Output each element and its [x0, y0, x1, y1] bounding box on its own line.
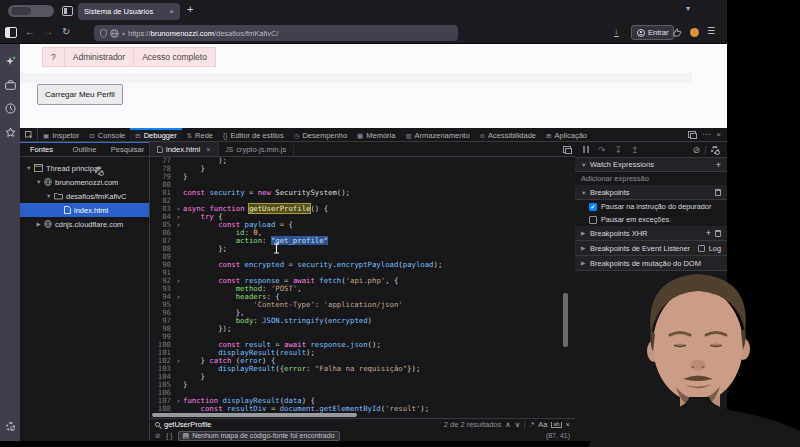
collapsed-arrow-icon[interactable]: ▶: [36, 221, 41, 227]
tree-item-cdn[interactable]: ▶ cdnjs.cloudflare.com: [20, 217, 149, 231]
expand-arrow-icon[interactable]: ▼: [36, 179, 41, 185]
devtools-tab-console[interactable]: ⊡Console: [84, 128, 130, 141]
tab-pesquisar[interactable]: Pesquisar: [106, 145, 149, 154]
history-clock-icon[interactable]: [5, 103, 16, 114]
close-file-icon[interactable]: ×: [206, 145, 210, 154]
sidebar-settings-gear-icon[interactable]: [6, 422, 15, 431]
devtools-menu-icon[interactable]: ⋯: [702, 130, 710, 139]
code-line-103[interactable]: 103 displayResult({error: "Falha na requ…: [150, 365, 575, 373]
code-line-105[interactable]: 105}: [150, 381, 575, 389]
breakpoints-header[interactable]: ▼Breakpoints: [575, 186, 727, 200]
pretty-print-icon[interactable]: { }: [166, 432, 173, 439]
step-over-icon[interactable]: ↷: [598, 145, 606, 155]
devtools-tab-network[interactable]: ⇅Rede: [182, 128, 218, 141]
code-line-90[interactable]: 90 const encrypted = security.encryptPay…: [150, 261, 575, 269]
remove-breakpoints-icon[interactable]: [715, 189, 721, 196]
responsive-mode-icon[interactable]: [688, 131, 696, 138]
sign-in-button[interactable]: Entrar: [631, 25, 674, 40]
tab-groups-icon[interactable]: [5, 80, 16, 90]
add-expression-input[interactable]: Adicionar expressão: [575, 172, 727, 186]
sidebar-toggle-icon[interactable]: [5, 27, 17, 38]
event-listener-breakpoints-header[interactable]: ▶Breakpoints de Event Listener Log: [575, 241, 727, 256]
code-line-78[interactable]: 78 }: [150, 165, 575, 173]
forward-button[interactable]: →: [43, 26, 53, 38]
xhr-breakpoints-header[interactable]: ▶Breakpoints XHR +: [575, 226, 727, 241]
dom-mutation-breakpoints-header[interactable]: ▶Breakpoints de mutação do DOM: [575, 256, 727, 271]
line-number[interactable]: 108: [150, 405, 174, 413]
pause-on-debugger-row[interactable]: ✔ Pausar na instrução do depurador: [575, 200, 727, 213]
back-button[interactable]: ←: [25, 26, 35, 38]
devtools-tab-debugger[interactable]: ⊟Debugger: [130, 128, 181, 141]
vertical-scrollbar[interactable]: [563, 293, 568, 347]
new-tab-button[interactable]: +: [187, 3, 193, 15]
expand-arrow-icon[interactable]: ▼: [46, 193, 51, 199]
reload-button[interactable]: ↻: [62, 26, 70, 38]
code-line-108[interactable]: 108 const resultDiv = document.getElemen…: [150, 405, 575, 413]
pick-element-icon[interactable]: [20, 128, 38, 141]
firefox-view-icon[interactable]: [62, 6, 73, 16]
devtools-tab-styles[interactable]: {}Editor de estilos: [218, 128, 289, 141]
step-in-icon[interactable]: ↧: [615, 145, 623, 155]
watch-expressions-header[interactable]: ▼Watch Expressions +: [575, 158, 727, 172]
fold-arrow-icon[interactable]: ▾: [174, 221, 183, 229]
devtools-close-icon[interactable]: ×: [716, 130, 721, 139]
debugger-settings-gear-icon[interactable]: [711, 146, 719, 154]
tree-item-folder[interactable]: ▼ desafios/fmKafivC: [20, 189, 149, 203]
tree-item-thread[interactable]: ▼ Thread principal: [20, 161, 149, 175]
scrollbar-thumb[interactable]: [152, 413, 357, 417]
fold-arrow-icon[interactable]: ▾: [174, 213, 183, 221]
tab-fontes[interactable]: Fontes: [20, 145, 63, 154]
pause-on-exceptions-row[interactable]: Pausar em exceções: [575, 213, 727, 226]
site-globe-icon[interactable]: [110, 29, 119, 38]
case-sensitive-toggle-icon[interactable]: Aa: [538, 420, 547, 429]
devtools-tab-storage[interactable]: ▥Armazenamento: [400, 128, 474, 141]
browser-tab[interactable]: Sistema de Usuários ×: [78, 3, 180, 20]
code-line-79[interactable]: 79}: [150, 173, 575, 181]
search-input[interactable]: getUserProfile: [164, 420, 212, 429]
log-checkbox-icon[interactable]: [698, 245, 705, 252]
tree-item-file-selected[interactable]: index.html: [20, 203, 149, 217]
menu-icon[interactable]: ☰: [707, 26, 715, 36]
fold-arrow-icon[interactable]: ▾: [174, 205, 183, 213]
fold-arrow-icon[interactable]: ▾: [174, 357, 183, 365]
devtools-tab-application[interactable]: ⊞Aplicação: [541, 128, 592, 141]
code-line-104[interactable]: 104 }: [150, 373, 575, 381]
code-line-88[interactable]: 88 };: [150, 245, 575, 253]
checkbox-checked-icon[interactable]: ✔: [589, 203, 597, 211]
tree-item-host[interactable]: ▼ brunomenozzi.com: [20, 175, 149, 189]
window-controls-pill[interactable]: [8, 5, 54, 17]
previous-result-icon[interactable]: ∧: [505, 420, 511, 429]
add-xhr-breakpoint-icon[interactable]: +: [706, 228, 711, 238]
devtools-tab-memory[interactable]: ▦Memória: [352, 128, 400, 141]
code-line-98[interactable]: 98 });: [150, 325, 575, 333]
extension-avatar-icon[interactable]: [690, 28, 699, 37]
load-profile-button[interactable]: Carregar Meu Perfil: [37, 84, 123, 105]
code-line-77[interactable]: 77 );: [150, 157, 575, 165]
list-all-tabs-icon[interactable]: ▾: [686, 4, 690, 13]
downloads-icon[interactable]: ↓: [614, 27, 619, 37]
extension-thumbs-up-icon[interactable]: [672, 27, 682, 37]
devtools-tab-inspector[interactable]: ▣Inspetor: [38, 128, 84, 141]
thread-settings-gear-icon[interactable]: [95, 167, 103, 175]
bookmarks-star-icon[interactable]: [5, 127, 16, 138]
file-tab-index-html[interactable]: index.html ×: [150, 142, 219, 156]
tab-close-icon[interactable]: ×: [169, 7, 174, 16]
url-bar[interactable]: ▾ https://brunomenozzi.com/desafios/fmKa…: [94, 25, 458, 41]
expand-arrow-icon[interactable]: ▼: [26, 165, 31, 171]
step-out-icon[interactable]: ↥: [631, 145, 639, 155]
ignore-source-icon[interactable]: ⊘: [155, 432, 161, 440]
ai-sparkle-icon[interactable]: [5, 56, 16, 67]
add-watch-icon[interactable]: +: [716, 160, 721, 170]
remove-xhr-breakpoints-icon[interactable]: [715, 230, 721, 237]
fold-arrow-icon[interactable]: ▾: [174, 277, 183, 285]
pause-icon[interactable]: [583, 146, 589, 153]
code-line-81[interactable]: 81const security = new SecuritySystem();: [150, 189, 575, 197]
next-result-icon[interactable]: ∨: [515, 420, 521, 429]
disable-breakpoints-icon[interactable]: ⊘: [692, 145, 700, 155]
fold-arrow-icon[interactable]: ▾: [174, 293, 183, 301]
file-tab-crypto-js[interactable]: JS crypto-js.min.js: [219, 142, 295, 156]
permissions-chevron-icon[interactable]: ▾: [122, 30, 125, 37]
close-search-icon[interactable]: ×: [566, 420, 570, 429]
whole-word-toggle-icon[interactable]: ab: [551, 422, 561, 428]
tab-outline[interactable]: Outline: [63, 145, 106, 154]
